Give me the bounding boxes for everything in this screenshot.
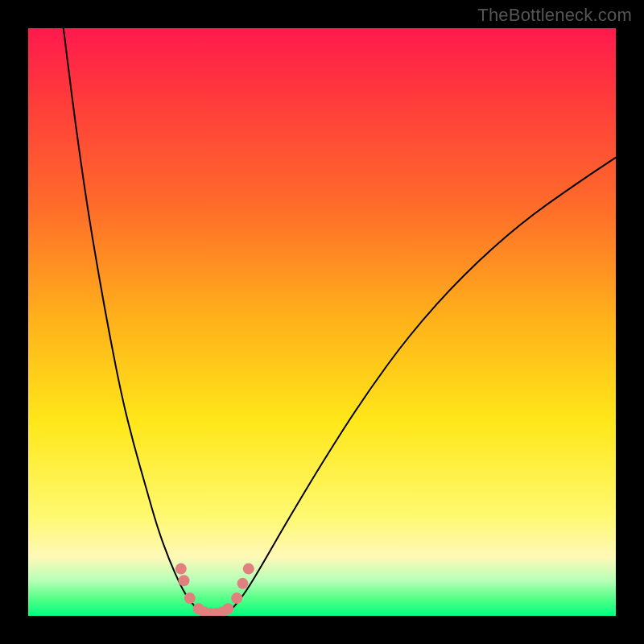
marker-dot [243,564,254,575]
marker-dot [178,575,189,586]
chart-frame: TheBottleneck.com [0,0,644,644]
watermark-text: TheBottleneck.com [477,5,632,26]
marker-dot [184,592,196,604]
marker-group [175,564,254,616]
marker-dot [175,564,187,575]
marker-dot [222,603,233,614]
curve-left-branch [64,28,204,613]
curve-right-branch [228,158,616,613]
marker-dot [231,592,242,604]
curve-canvas [28,28,616,616]
plot-area [28,28,616,616]
marker-dot [237,578,248,589]
